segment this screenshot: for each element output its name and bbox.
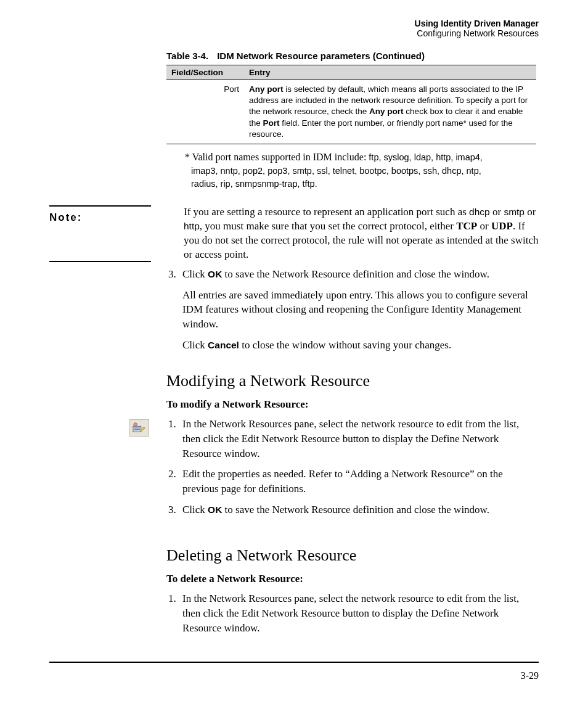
- post-note-body: Click OK to save the Network Resource de…: [166, 267, 539, 636]
- delete-step-1: In the Network Resources pane, select th…: [179, 591, 539, 635]
- subhead-modify: To modify a Network Resource:: [166, 397, 539, 412]
- table-row: Port Any port is selected by default, wh…: [166, 80, 536, 144]
- header-title: Using Identity Driven Manager: [49, 18, 539, 28]
- col-field: Field/Section: [166, 65, 244, 80]
- step-3-para1: All entries are saved immediately upon e…: [182, 288, 539, 332]
- footnote: * Valid port names supported in IDM incl…: [185, 150, 496, 191]
- header-subtitle: Configuring Network Resources: [49, 28, 539, 38]
- edit-resource-icon: [129, 419, 149, 437]
- col-entry: Entry: [244, 65, 536, 80]
- heading-modify: Modifying a Network Resource: [166, 370, 539, 392]
- heading-delete: Deleting a Network Resource: [166, 544, 539, 567]
- step-3-para2: Click Cancel to close the window without…: [182, 338, 539, 353]
- page-number: 3-29: [49, 670, 539, 681]
- table-caption: Table 3-4. IDM Network Resource paramete…: [166, 51, 539, 61]
- note-label: Note:: [49, 205, 151, 224]
- footer-rule: [49, 662, 539, 663]
- note-body: If you are setting a resource to represe…: [166, 205, 539, 262]
- cell-entry: Any port is selected by default, which m…: [244, 80, 536, 144]
- params-table: Field/Section Entry Port Any port is sel…: [166, 65, 536, 144]
- modify-step-1: In the Network Resources pane, select th…: [179, 417, 539, 461]
- step-3: Click OK to save the Network Resource de…: [179, 267, 539, 353]
- modify-step-3: Click OK to save the Network Resource de…: [179, 503, 539, 517]
- cell-field: Port: [166, 80, 244, 144]
- svg-point-3: [134, 423, 137, 427]
- note-block: Note: If you are setting a resource to r…: [49, 205, 539, 262]
- subhead-delete: To delete a Network Resource:: [166, 572, 539, 586]
- page-header: Using Identity Driven Manager Configurin…: [49, 18, 539, 38]
- svg-rect-0: [133, 426, 141, 432]
- modify-step-2: Edit the properties as needed. Refer to …: [179, 467, 539, 496]
